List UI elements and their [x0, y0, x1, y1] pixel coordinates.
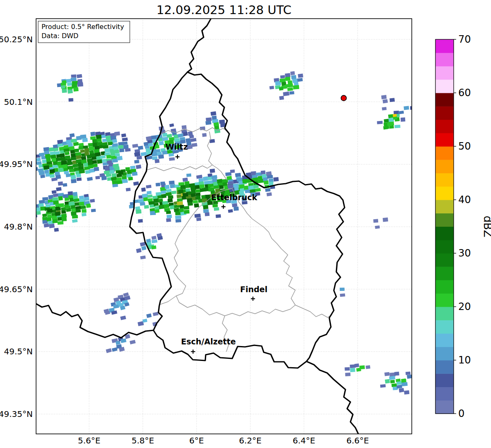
city-label: Findel [240, 285, 267, 294]
city-label: Esch/Alzette [181, 337, 236, 346]
radar-cell [205, 121, 211, 125]
colorbar-segment [435, 280, 454, 294]
radar-cell [40, 174, 45, 178]
colorbar-segment [435, 293, 454, 307]
radar-cell [76, 155, 82, 159]
colorbar-segment [435, 160, 454, 173]
radar-cell [393, 116, 398, 120]
radar-cell [143, 197, 148, 201]
radar-cell [394, 372, 399, 376]
colorbar-segment [435, 200, 454, 213]
radar-cell [382, 107, 387, 111]
radar-cell [250, 189, 255, 193]
radar-cell [155, 209, 160, 213]
radar-cell [70, 175, 76, 179]
radar-cell [280, 78, 286, 82]
radar-cell [61, 217, 67, 221]
radar-cell [401, 117, 405, 121]
radar-cell [63, 183, 67, 187]
radar-cell [136, 209, 141, 214]
radar-cell [161, 194, 167, 199]
colorbar-tick-label: 50 [458, 140, 471, 152]
radar-cell [340, 293, 345, 297]
radar-cell [153, 199, 159, 203]
radar-cell [168, 199, 173, 203]
radar-cell [384, 372, 390, 376]
colorbar-segment [435, 253, 454, 267]
radar-site-marker [341, 95, 346, 101]
radar-cell [68, 98, 73, 102]
radar-cell [155, 159, 160, 163]
colorbar-tick-label: 10 [458, 354, 471, 366]
y-tick-label: 49.8°N [4, 222, 33, 232]
radar-cell [138, 145, 143, 150]
radar-cell [119, 148, 124, 153]
radar-cell [366, 365, 370, 369]
radar-cell [175, 215, 181, 219]
radar-cell [79, 202, 84, 206]
radar-cell [205, 212, 210, 216]
radar-cell [285, 77, 291, 81]
radar-cell [77, 82, 83, 87]
radar-cell [194, 203, 199, 208]
radar-cell [144, 205, 149, 209]
radar-cell [235, 173, 241, 177]
radar-cell [273, 177, 279, 182]
radar-cell [92, 160, 97, 164]
radar-cell [279, 96, 284, 100]
radar-cell [79, 169, 85, 174]
radar-cell [71, 179, 77, 183]
radar-cell [394, 125, 400, 128]
radar-cell [385, 379, 390, 383]
info-box-product-line: Product: 0.5° Reflectivity [41, 23, 124, 31]
colorbar-segment [435, 146, 454, 160]
radar-cell [46, 157, 51, 162]
radar-map-figure: WiltzEttelbruckFindelEsch/AlzetteProduct… [0, 0, 491, 448]
radar-cell [160, 182, 165, 185]
radar-cell [62, 80, 67, 84]
radar-cell [61, 211, 66, 214]
radar-cell [182, 193, 188, 197]
radar-cell [380, 384, 386, 387]
colorbar-tick-label: 20 [458, 301, 471, 312]
radar-cell [184, 210, 190, 214]
radar-cell [167, 215, 172, 218]
radar-cell [280, 75, 285, 78]
radar-cell [50, 174, 55, 178]
radar-cell [122, 179, 128, 183]
colorbar-segment [435, 320, 454, 334]
radar-cell [101, 176, 107, 180]
city-label: Wiltz [165, 142, 188, 151]
radar-cell [80, 206, 86, 209]
radar-cell [56, 187, 62, 191]
radar-cell [73, 192, 78, 196]
radar-cell [177, 201, 183, 206]
radar-cell [77, 177, 82, 181]
radar-cell [58, 182, 63, 186]
radar-cell [298, 74, 303, 78]
radar-cell [74, 149, 79, 153]
colorbar-segment [435, 93, 454, 107]
radar-cell [391, 383, 397, 387]
radar-cell [63, 168, 68, 172]
radar-cell [105, 132, 110, 136]
radar-cell [112, 184, 118, 187]
radar-cell [86, 203, 91, 208]
colorbar-segment [435, 213, 454, 227]
radar-cell [185, 188, 190, 192]
radar-cell [125, 148, 131, 152]
radar-cell [49, 169, 55, 173]
colorbar-tick-label: 60 [458, 87, 471, 99]
radar-cell [76, 174, 81, 177]
radar-cell [350, 368, 355, 372]
colorbar-segment [435, 334, 454, 347]
radar-map-canvas: WiltzEttelbruckFindelEsch/AlzetteProduct… [0, 0, 491, 448]
radar-cell [389, 98, 395, 102]
radar-cell [383, 218, 388, 222]
city-label: Ettelbruck [211, 193, 257, 202]
radar-cell [356, 368, 361, 371]
colorbar-segment [435, 39, 454, 53]
radar-cell [36, 211, 41, 215]
radar-cell [219, 120, 225, 124]
radar-cell [169, 157, 175, 161]
